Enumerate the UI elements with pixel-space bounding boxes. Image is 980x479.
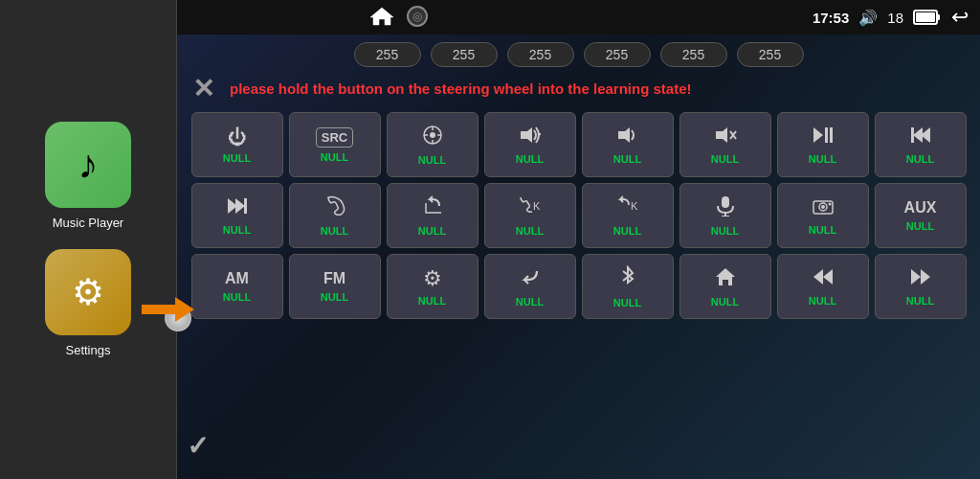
back2-button[interactable]: NULL [387, 183, 479, 248]
aux-text: AUX [904, 199, 937, 217]
gps-label: NULL [418, 154, 446, 166]
src-button[interactable]: SRC NULL [289, 112, 381, 177]
prev-icon [909, 125, 932, 149]
svg-text:K: K [631, 200, 638, 212]
value-pill-5[interactable]: 255 [660, 42, 727, 67]
next-icon [226, 196, 249, 220]
settings-label: Settings [66, 343, 111, 357]
svg-marker-0 [142, 297, 194, 322]
value-pill-6[interactable]: 255 [737, 42, 804, 67]
vol-up-icon [519, 125, 542, 149]
return-label: NULL [516, 296, 544, 308]
svg-point-10 [430, 132, 435, 138]
home-status-icon[interactable] [368, 6, 395, 27]
svg-marker-39 [911, 269, 921, 285]
camera-label: NULL [809, 224, 836, 236]
am-label: NULL [223, 291, 251, 303]
svg-text:K: K [533, 200, 541, 212]
back-button[interactable]: ↩ [951, 5, 969, 30]
back-k-icon: K [615, 195, 640, 221]
value-pill-4[interactable]: 255 [584, 42, 651, 67]
button-row-1: ⏻ NULL SRC NULL [187, 112, 970, 177]
settings-icon-box: ⚙ [45, 249, 131, 335]
svg-marker-17 [813, 127, 823, 143]
music-player-app[interactable]: ♪ Music Player [45, 122, 131, 230]
svg-rect-29 [722, 196, 729, 208]
volume-level: 18 [887, 10, 903, 26]
compass-icon[interactable]: ◎ [407, 6, 428, 27]
bluetooth-button[interactable]: NULL [582, 254, 674, 319]
aux-button[interactable]: AUX NULL [875, 183, 967, 248]
home-button[interactable]: NULL [679, 254, 771, 319]
src-icon: SRC [316, 127, 353, 148]
src-label: NULL [321, 151, 348, 163]
call-k-icon: K [518, 195, 543, 221]
next-button[interactable]: NULL [191, 183, 283, 248]
value-pill-2[interactable]: 255 [431, 42, 498, 67]
fm-text: FM [323, 270, 345, 287]
gps-button[interactable]: NULL [387, 112, 479, 177]
return-button[interactable]: NULL [484, 254, 576, 319]
bluetooth-label: NULL [613, 297, 641, 308]
button-grid: ⏻ NULL SRC NULL [187, 112, 970, 319]
home-icon [715, 266, 736, 292]
fm-button[interactable]: FM NULL [289, 254, 381, 319]
power-label: NULL [223, 152, 251, 164]
rew-icon [812, 267, 835, 291]
content-area: 255 255 255 255 255 255 ✕ please hold th… [177, 34, 980, 479]
prev-button[interactable]: NULL [875, 112, 967, 177]
settings-app[interactable]: ⚙ Settings [45, 249, 131, 357]
button-row-3: AM NULL FM NULL ⚙ NULL [187, 254, 970, 319]
svg-rect-3 [937, 14, 940, 20]
gear-button[interactable]: ⚙ NULL [387, 254, 479, 319]
call-icon [324, 195, 345, 221]
play-pause-label: NULL [809, 153, 836, 165]
vol-up-button[interactable]: NULL [484, 112, 576, 177]
play-pause-button[interactable]: NULL [777, 112, 869, 177]
vol-down-label: NULL [613, 153, 641, 165]
status-bar: ◎ 17:53 🔊 18 ↩ [177, 0, 980, 34]
gear-icon: ⚙ [423, 266, 442, 291]
bluetooth-icon [620, 265, 635, 293]
vol-down-button[interactable]: NULL [582, 112, 674, 177]
svg-marker-14 [716, 127, 727, 143]
mic-button[interactable]: NULL [679, 183, 771, 248]
value-pill-1[interactable]: 255 [354, 42, 421, 67]
call-k-label: NULL [516, 225, 544, 237]
back-k-button[interactable]: K NULL [582, 183, 674, 248]
back2-icon [422, 195, 443, 221]
ff-button[interactable]: NULL [875, 254, 967, 319]
vol-down-icon [616, 125, 639, 149]
play-pause-icon [812, 125, 835, 149]
svg-marker-38 [823, 269, 833, 285]
call-k-button[interactable]: K NULL [484, 183, 576, 248]
main-panel: ◎ 17:53 🔊 18 ↩ 255 255 255 255 255 255 ✕… [177, 0, 980, 479]
cancel-button[interactable]: ✕ [192, 73, 214, 104]
arrow-indicator [142, 295, 194, 324]
mic-label: NULL [711, 225, 739, 237]
svg-rect-19 [830, 127, 833, 143]
mute-button[interactable]: NULL [679, 112, 771, 177]
confirm-button[interactable]: ✓ [187, 430, 209, 462]
screen-icon [913, 8, 942, 27]
value-pill-3[interactable]: 255 [507, 42, 574, 67]
rew-button[interactable]: NULL [777, 254, 869, 319]
vol-up-label: NULL [516, 153, 544, 165]
ff-label: NULL [906, 295, 934, 307]
volume-icon: 🔊 [858, 9, 878, 27]
svg-point-33 [821, 205, 825, 209]
rew-label: NULL [809, 295, 836, 307]
svg-point-35 [828, 202, 831, 205]
status-time: 17:53 [813, 10, 849, 26]
aux-label: NULL [906, 220, 934, 232]
svg-marker-37 [813, 269, 823, 285]
am-button[interactable]: AM NULL [191, 254, 283, 319]
svg-rect-26 [244, 198, 247, 214]
power-button[interactable]: ⏻ NULL [191, 112, 283, 177]
svg-rect-4 [916, 12, 935, 22]
instruction-row: ✕ please hold the button on the steering… [187, 73, 970, 104]
call-button[interactable]: NULL [289, 183, 381, 248]
music-player-label: Music Player [53, 216, 123, 230]
gps-icon [422, 125, 443, 150]
camera-button[interactable]: NULL [777, 183, 869, 248]
